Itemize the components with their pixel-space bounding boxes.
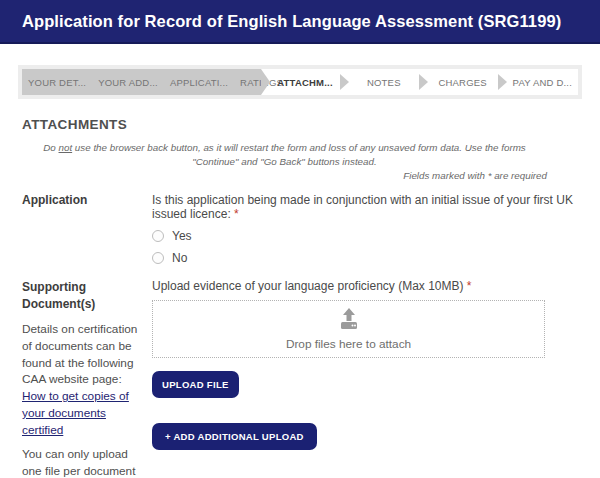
chevron-right-icon — [498, 74, 507, 90]
chevron-right-icon — [340, 74, 349, 90]
dropzone-hint-text: Drop files here to attach — [286, 337, 411, 351]
radio-button-icon[interactable] — [152, 252, 164, 264]
stepper-step-charges[interactable]: CHARGES — [428, 69, 498, 95]
stepper-completed-group: YOUR DET... YOUR ADD... APPLICATI... RAT… — [22, 69, 261, 95]
required-fields-note: Fields marked with * are required — [22, 169, 547, 183]
page-title: Application for Record of English Langua… — [22, 12, 561, 31]
supporting-documents-label: Supporting Document(s) — [22, 279, 138, 313]
required-asterisk: * — [234, 207, 239, 221]
application-field-col: Is this application being made in conjun… — [152, 193, 578, 265]
stepper-arrow-tip — [261, 69, 270, 95]
stepper-step-your-address[interactable]: YOUR ADD... — [92, 69, 164, 95]
chevron-right-icon — [419, 74, 428, 90]
radio-button-icon[interactable] — [152, 230, 164, 242]
stepper-step-your-details[interactable]: YOUR DET... — [22, 69, 92, 95]
app-header: Application for Record of English Langua… — [0, 0, 600, 44]
application-label-col: Application — [22, 193, 152, 265]
back-button-warning: Do not use the browser back button, as i… — [22, 141, 547, 168]
radio-option-yes[interactable]: Yes — [152, 229, 578, 243]
upload-tray-icon — [336, 308, 362, 334]
stepper-step-pay-and-declare[interactable]: PAY AND D... — [507, 69, 578, 95]
stepper-track: YOUR DET... YOUR ADD... APPLICATI... RAT… — [22, 69, 578, 95]
upload-field-col: Upload evidence of your language profici… — [152, 279, 578, 478]
stepper-step-notes[interactable]: NOTES — [349, 69, 419, 95]
progress-stepper: YOUR DET... YOUR ADD... APPLICATI... RAT… — [18, 65, 582, 99]
radio-label-yes: Yes — [172, 229, 192, 243]
stepper-step-attachments[interactable]: ATTACHM... — [270, 69, 340, 95]
one-file-per-header-text: You can only upload one file per documen… — [22, 446, 138, 478]
main-content: ATTACHMENTS Do not use the browser back … — [0, 117, 600, 478]
upload-file-button[interactable]: UPLOAD FILE — [152, 371, 239, 398]
supporting-documents-sidebar: Supporting Document(s) Details on certif… — [22, 279, 152, 478]
supporting-documents-row: Supporting Document(s) Details on certif… — [22, 279, 578, 478]
upload-evidence-label: Upload evidence of your language profici… — [152, 279, 578, 293]
radio-label-no: No — [172, 251, 187, 265]
application-question-row: Application Is this application being ma… — [22, 193, 578, 265]
file-dropzone[interactable]: Drop files here to attach — [152, 300, 545, 358]
section-heading: ATTACHMENTS — [22, 117, 578, 132]
initial-issue-question: Is this application being made in conjun… — [152, 193, 578, 221]
form-guidance-note: Do not use the browser back button, as i… — [22, 141, 547, 183]
add-additional-upload-button[interactable]: + ADD ADDITIONAL UPLOAD — [152, 423, 317, 450]
radio-option-no[interactable]: No — [152, 251, 578, 265]
certified-copies-link[interactable]: How to get copies of your documents cert… — [22, 389, 129, 437]
application-section-label: Application — [22, 193, 152, 207]
required-asterisk: * — [467, 279, 472, 293]
stepper-step-application[interactable]: APPLICATI... — [164, 69, 234, 95]
certification-details-text: Details on certification of documents ca… — [22, 321, 138, 438]
